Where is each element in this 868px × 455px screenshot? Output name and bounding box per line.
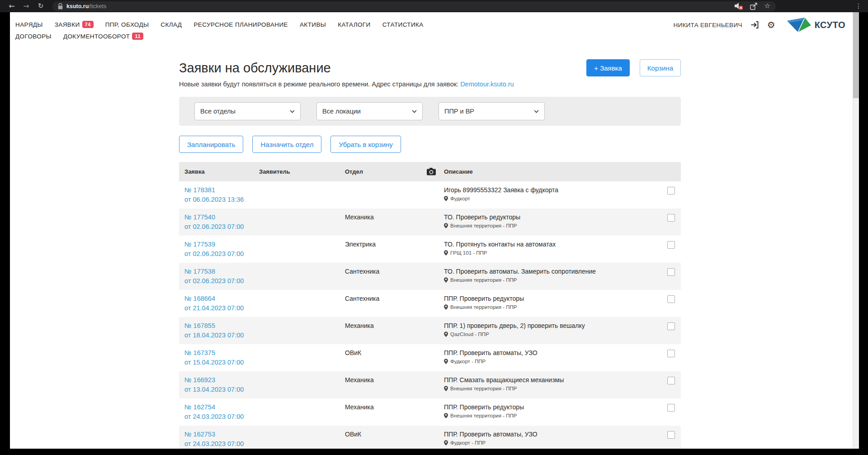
nav-item-dokumentooborot[interactable]: ДОКУМЕНТООБОРОТ11 — [63, 33, 143, 40]
navbar-right: НИКИТА ЕВГЕНЬЕВИЧ ⚙ КСУТО — [673, 19, 845, 31]
department-cell: Сантехника — [345, 263, 427, 290]
ticket-cell: № 167855 от 18.04.2023 07:00 — [179, 317, 259, 344]
ticket-date-link[interactable]: от 18.04.2023 07:00 — [184, 331, 259, 340]
nav-item-ppr-obhody[interactable]: ППР, ОБХОДЫ — [105, 21, 149, 28]
ticket-date-link[interactable]: от 24.03.2023 07:00 — [184, 412, 259, 422]
settings-gear-icon[interactable]: ⚙ — [767, 20, 775, 29]
ticket-date-link[interactable]: от 02.06.2023 07:00 — [184, 276, 259, 286]
ticket-date-link[interactable]: от 06.06.2023 13:36 — [184, 195, 259, 204]
muted-audio-icon[interactable] — [735, 2, 743, 10]
nav-item-sklad[interactable]: СКЛАД — [160, 21, 182, 28]
ticket-number-link[interactable]: № 178381 — [184, 185, 259, 195]
nav-item-label: ДОГОВОРЫ — [15, 33, 52, 40]
url-host: ksuto.ru — [66, 3, 89, 9]
ticket-location: Внешняя территория - ППР — [450, 386, 517, 391]
assign-department-button[interactable]: Назначить отдел — [252, 136, 321, 153]
browser-reload-icon[interactable]: ↻ — [33, 0, 48, 12]
move-to-basket-button[interactable]: Убрать в корзину — [330, 136, 401, 153]
user-name[interactable]: НИКИТА ЕВГЕНЬЕВИЧ — [673, 22, 742, 28]
department-cell: ОВиК — [345, 426, 427, 449]
nav-item-dogovory[interactable]: ДОГОВОРЫ — [15, 33, 52, 40]
nav-item-label: АКТИВЫ — [300, 21, 326, 28]
department-cell: Электрика — [345, 236, 427, 263]
ticket-location: ГРЩ 101 - ППР — [450, 250, 487, 256]
ticket-number-link[interactable]: № 162753 — [184, 430, 259, 439]
ticket-cell: № 167375 от 15.04.2023 07:00 — [179, 344, 259, 371]
row-checkbox[interactable] — [667, 241, 675, 249]
ticket-number-link[interactable]: № 177539 — [184, 240, 259, 249]
checkbox-cell — [657, 290, 681, 317]
tickets-page-link[interactable]: Demotour.ksuto.ru — [460, 81, 514, 88]
row-checkbox[interactable] — [667, 187, 675, 194]
ticket-date-link[interactable]: от 21.04.2023 07:00 — [184, 303, 259, 313]
ticket-cell: № 166923 от 13.04.2023 07:00 — [179, 371, 259, 398]
ticket-date-link[interactable]: от 24.03.2023 07:00 — [184, 439, 259, 449]
row-checkbox[interactable] — [667, 268, 675, 276]
row-checkbox[interactable] — [667, 214, 675, 222]
subtitle-text: Новые заявки будут появляться в режиме р… — [179, 81, 458, 88]
requester-cell — [259, 290, 345, 317]
location-filter-select[interactable]: Все локации — [316, 102, 423, 120]
ticket-number-link[interactable]: № 167375 — [184, 348, 259, 358]
row-checkbox[interactable] — [667, 350, 675, 357]
checkbox-cell — [657, 398, 681, 426]
browser-back-icon[interactable]: ← — [5, 0, 19, 12]
page-title: Заявки на обслуживание — [179, 61, 331, 76]
row-checkbox[interactable] — [667, 377, 675, 384]
department-filter-select[interactable]: Все отделы — [194, 102, 301, 120]
ticket-description: ТО. Проверить редукторы — [444, 213, 657, 221]
requester-cell — [259, 209, 345, 236]
nav-item-resursnoe-planirovanie[interactable]: РЕСУРСНОЕ ПЛАНИРОВАНИЕ — [193, 21, 288, 28]
address-bar[interactable]: ksuto.ru/tickets ☆ — [52, 1, 776, 11]
photo-cell — [427, 371, 444, 398]
ticket-number-link[interactable]: № 167855 — [184, 321, 259, 331]
schedule-button[interactable]: Запланировать — [179, 136, 243, 153]
ticket-description: ППР. Проверить редукторы — [444, 294, 657, 303]
ticket-date-link[interactable]: от 02.06.2023 07:00 — [184, 249, 259, 259]
browser-toolbar: ← → ↻ ksuto.ru/tickets ☆ ⋮ — [0, 0, 868, 12]
ksuto-logo[interactable]: КСУТО — [787, 17, 845, 33]
ticket-number-link[interactable]: № 168664 — [184, 294, 259, 303]
nav-item-naryady[interactable]: НАРЯДЫ — [15, 21, 43, 28]
row-checkbox[interactable] — [667, 322, 675, 330]
nav-item-aktivy[interactable]: АКТИВЫ — [300, 21, 326, 28]
ticket-location: Внешняя территория - ППР — [450, 413, 517, 418]
ticket-number-link[interactable]: № 177538 — [184, 267, 259, 276]
table-row: № 178381 от 06.06.2023 13:36 Игорь 89995… — [179, 181, 681, 209]
browser-forward-icon[interactable]: → — [19, 0, 33, 12]
logout-icon[interactable] — [750, 20, 760, 29]
bookmark-star-icon[interactable]: ☆ — [764, 3, 770, 9]
ticket-cell: № 177539 от 02.06.2023 07:00 — [179, 236, 259, 263]
ticket-description: ТО. Проверить автоматы. Замерить сопроти… — [444, 267, 657, 275]
share-icon[interactable] — [750, 3, 758, 10]
ticket-number-link[interactable]: № 162754 — [184, 403, 259, 412]
ticket-location: QazCloud - ППР — [450, 332, 489, 337]
row-checkbox[interactable] — [667, 404, 675, 412]
nav-item-statistika[interactable]: СТАТИСТИКА — [382, 21, 424, 28]
ticket-date-link[interactable]: от 15.04.2023 07:00 — [184, 358, 259, 367]
type-filter-select[interactable]: ППР и ВР — [439, 102, 545, 120]
ticket-number-link[interactable]: № 166923 — [184, 375, 259, 385]
chevron-down-icon — [534, 110, 539, 113]
nav-item-label: ЗАЯВКИ — [55, 21, 80, 28]
row-checkbox[interactable] — [667, 295, 675, 303]
row-checkbox[interactable] — [667, 431, 675, 439]
ticket-date-link[interactable]: от 13.04.2023 07:00 — [184, 385, 259, 394]
browser-menu-icon[interactable]: ⋮ — [855, 0, 862, 12]
table-row: № 166923 от 13.04.2023 07:00 Механика ПП… — [179, 371, 681, 398]
nav-item-zayavki[interactable]: ЗАЯВКИ74 — [55, 21, 94, 28]
nav-item-katalogi[interactable]: КАТАЛОГИ — [338, 21, 371, 28]
ticket-number-link[interactable]: № 177540 — [184, 213, 259, 222]
basket-button[interactable]: Корзина — [640, 59, 681, 76]
requester-cell — [259, 317, 345, 344]
page-scrollbar[interactable] — [853, 12, 859, 449]
ticket-description: ППР. Проверить автоматы, УЗО — [444, 430, 657, 438]
department-filter-value: Все отделы — [200, 108, 236, 115]
photo-cell — [427, 426, 444, 449]
app-navbar: НАРЯДЫЗАЯВКИ74ППР, ОБХОДЫСКЛАДРЕСУРСНОЕ … — [10, 12, 859, 47]
ticket-date-link[interactable]: от 02.06.2023 07:00 — [184, 222, 259, 232]
description-cell: ТО. Проверить редукторы Внешняя территор… — [444, 209, 657, 236]
description-cell: ТО. Проверить автоматы. Замерить сопроти… — [444, 263, 657, 290]
scrollbar-thumb[interactable] — [853, 12, 859, 98]
new-ticket-button[interactable]: + Заявка — [586, 59, 630, 76]
